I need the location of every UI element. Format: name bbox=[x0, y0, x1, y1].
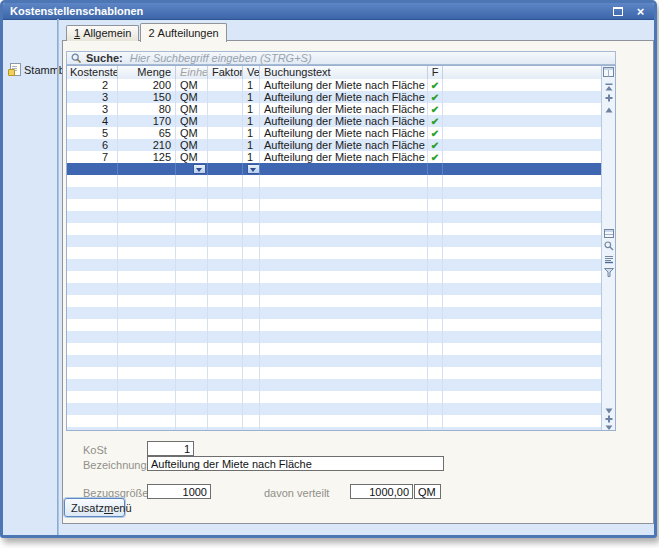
cell-kostenstelle bbox=[67, 199, 118, 211]
davon-verteilt-unit-input[interactable] bbox=[414, 484, 441, 499]
column-header-f[interactable]: F bbox=[428, 66, 443, 79]
tab-allgemein[interactable]: 1Allgemein bbox=[66, 25, 139, 41]
cell-filler bbox=[443, 379, 602, 391]
table-row[interactable]: 2200QM1Aufteilung der Miete nach Fläche✔ bbox=[67, 79, 602, 91]
cell-f bbox=[428, 319, 443, 331]
cell-vera: 1 bbox=[243, 103, 260, 115]
tab-aufteilungen[interactable]: 2Aufteilungen bbox=[140, 23, 226, 42]
cell-faktor bbox=[208, 307, 243, 319]
table-row[interactable]: 4170QM1Aufteilung der Miete nach Fläche✔ bbox=[67, 115, 602, 127]
empty-row bbox=[67, 403, 602, 415]
cell-vera: 1 bbox=[243, 151, 260, 163]
cell-f bbox=[428, 283, 443, 295]
scroll-to-bottom-icon[interactable] bbox=[603, 423, 614, 431]
cell-filler bbox=[443, 427, 602, 430]
cell-kostenstelle bbox=[67, 271, 118, 283]
grid-rows: 2200QM1Aufteilung der Miete nach Fläche✔… bbox=[67, 79, 602, 430]
check-icon: ✔ bbox=[431, 92, 439, 103]
filter-icon[interactable] bbox=[603, 267, 614, 279]
cell-kostenstelle bbox=[67, 211, 118, 223]
table-row[interactable]: 6210QM1Aufteilung der Miete nach Fläche✔ bbox=[67, 139, 602, 151]
grid-main: KostenstelleMengeEinheitFaktorVeraBuchun… bbox=[67, 66, 602, 430]
cell-menge: 170 bbox=[118, 115, 176, 127]
cell-faktor bbox=[208, 295, 243, 307]
bezugsgroesse-input[interactable] bbox=[147, 484, 211, 499]
cell-filler bbox=[443, 367, 602, 379]
search-input[interactable]: Hier Suchbegriff eingeben (STRG+S) bbox=[130, 52, 312, 64]
vera-dropdown-button[interactable] bbox=[247, 164, 260, 174]
sidebar: Stammblatt bbox=[3, 19, 57, 535]
cell-menge bbox=[118, 379, 176, 391]
cell-buchungstext bbox=[260, 415, 428, 427]
cell-einheit: QM bbox=[176, 127, 208, 139]
cell-menge bbox=[118, 223, 176, 235]
column-header-menge[interactable]: Menge bbox=[118, 66, 176, 79]
column-header-kostenstelle[interactable]: Kostenstelle bbox=[67, 66, 118, 79]
scroll-up-icon[interactable] bbox=[603, 103, 614, 115]
selected-row[interactable] bbox=[67, 163, 602, 175]
table-row[interactable]: 3150QM1Aufteilung der Miete nach Fläche✔ bbox=[67, 91, 602, 103]
empty-row bbox=[67, 379, 602, 391]
cell-menge bbox=[118, 295, 176, 307]
column-chooser-icon[interactable] bbox=[603, 67, 614, 79]
cell-kostenstelle: 7 bbox=[67, 151, 118, 163]
cell-f: ✔ bbox=[428, 79, 443, 91]
empty-row bbox=[67, 247, 602, 259]
cell-faktor bbox=[208, 391, 243, 403]
einheit-dropdown-button[interactable] bbox=[193, 164, 206, 174]
restore-button[interactable] bbox=[610, 5, 625, 18]
cell-buchungstext bbox=[260, 271, 428, 283]
details-icon[interactable] bbox=[603, 254, 614, 266]
cell-f bbox=[428, 235, 443, 247]
cell-einheit bbox=[176, 199, 208, 211]
cell-einheit bbox=[176, 403, 208, 415]
zusatzmenu-button[interactable]: Zusatzmenü bbox=[64, 498, 125, 517]
cell-vera bbox=[243, 175, 260, 187]
davon-verteilt-input[interactable] bbox=[350, 484, 413, 499]
bezeichnung-input[interactable] bbox=[147, 456, 444, 471]
column-header-faktor[interactable]: Faktor bbox=[208, 66, 243, 79]
column-header-buchungstext[interactable]: Buchungstext bbox=[260, 66, 428, 79]
search-bar[interactable]: Suche: Hier Suchbegriff eingeben (STRG+S… bbox=[66, 51, 616, 65]
table-row[interactable]: 7125QM1Aufteilung der Miete nach Fläche✔ bbox=[67, 151, 602, 163]
cell-buchungstext bbox=[260, 379, 428, 391]
search-icon bbox=[71, 53, 82, 64]
column-header-filler bbox=[443, 66, 602, 79]
column-header-einheit[interactable]: Einheit bbox=[176, 66, 208, 79]
cell-faktor bbox=[208, 271, 243, 283]
cell-faktor bbox=[208, 127, 243, 139]
kost-input[interactable] bbox=[147, 441, 194, 456]
empty-row bbox=[67, 223, 602, 235]
cell-vera bbox=[243, 199, 260, 211]
close-button[interactable]: × bbox=[633, 5, 648, 18]
table-row[interactable]: 565QM1Aufteilung der Miete nach Fläche✔ bbox=[67, 127, 602, 139]
magnifier-icon[interactable] bbox=[603, 241, 614, 253]
cell-faktor bbox=[208, 235, 243, 247]
cell-menge bbox=[118, 163, 176, 175]
cell-einheit: QM bbox=[176, 91, 208, 103]
cell-kostenstelle bbox=[67, 187, 118, 199]
cell-menge bbox=[118, 355, 176, 367]
cell-filler bbox=[443, 127, 602, 139]
cell-filler bbox=[443, 307, 602, 319]
cell-faktor bbox=[208, 151, 243, 163]
cell-kostenstelle bbox=[67, 343, 118, 355]
empty-row bbox=[67, 199, 602, 211]
empty-row bbox=[67, 175, 602, 187]
cell-menge bbox=[118, 271, 176, 283]
titlebar[interactable]: Kostenstellenschablonen × bbox=[3, 3, 654, 20]
cell-f: ✔ bbox=[428, 91, 443, 103]
cell-buchungstext bbox=[260, 175, 428, 187]
cell-buchungstext: Aufteilung der Miete nach Fläche bbox=[260, 103, 428, 115]
cell-faktor bbox=[208, 175, 243, 187]
cell-f bbox=[428, 379, 443, 391]
cell-einheit bbox=[176, 187, 208, 199]
cell-faktor bbox=[208, 163, 243, 175]
cell-f bbox=[428, 367, 443, 379]
layout-icon[interactable] bbox=[603, 228, 614, 240]
cell-kostenstelle: 3 bbox=[67, 91, 118, 103]
cell-buchungstext: Aufteilung der Miete nach Fläche bbox=[260, 151, 428, 163]
cell-vera bbox=[243, 295, 260, 307]
column-header-vera[interactable]: Vera bbox=[243, 66, 260, 79]
table-row[interactable]: 380QM1Aufteilung der Miete nach Fläche✔ bbox=[67, 103, 602, 115]
